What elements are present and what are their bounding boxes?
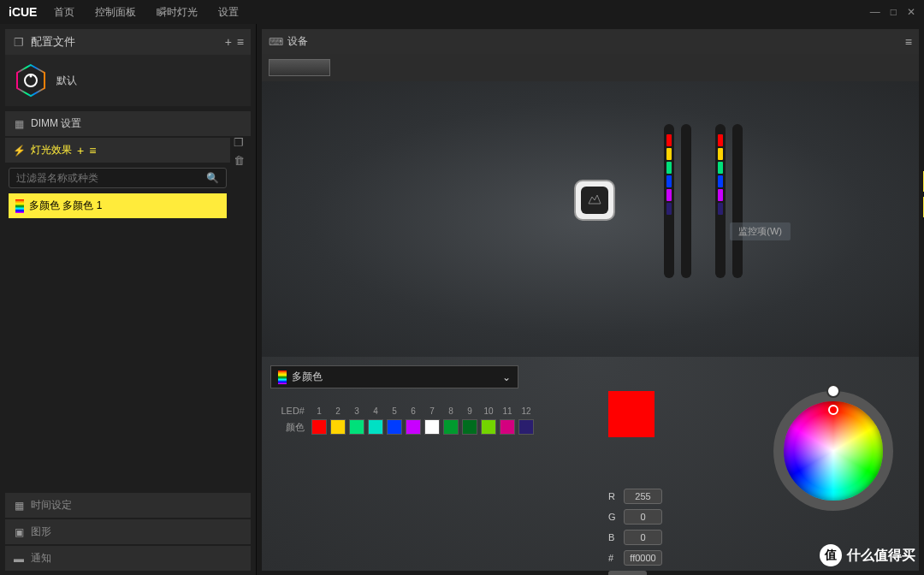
svg-marker-0 [17,65,44,96]
r-input[interactable] [624,489,662,504]
tab-graph[interactable]: ▣图形 [5,519,251,544]
profile-name: 默认 [56,74,77,88]
sat-handle[interactable] [828,405,838,415]
monitor-tooltip: 监控项(W) [730,222,791,240]
device-header: ⌨ 设备 ≡ [262,29,919,54]
ram-stick-4[interactable] [732,124,743,278]
led-swatch-12[interactable] [518,419,534,435]
color-header: 颜色 [270,421,305,434]
tab-time[interactable]: ▦时间设定 [5,493,251,518]
watermark-icon: 值 [820,544,842,566]
content-area: ⌨ 设备 ≡ 监控项(W) DIMM 1 DIMM 2 [257,24,924,575]
color-wheel[interactable] [773,391,893,511]
add-profile-icon[interactable]: + [225,35,232,49]
hue-handle[interactable] [826,384,840,398]
current-color-swatch [608,391,654,437]
copy-effect-icon[interactable]: ❐ [234,136,251,149]
led-swatch-1[interactable] [311,419,327,435]
ram-stick-2[interactable] [681,124,691,278]
effect-type-dropdown[interactable]: 多颜色 ⌄ [270,365,518,388]
watermark: 值 什么值得买 [820,544,915,566]
add-effect-icon[interactable]: + [77,144,84,157]
r-label: R [608,491,619,501]
device-thumbs [262,54,919,81]
profiles-title: 配置文件 [31,34,75,50]
copy-icon: ❐ [12,36,26,49]
svg-point-2 [30,75,33,78]
dimm-settings-row[interactable]: ▦ DIMM 设置 [5,111,251,136]
led-swatch-6[interactable] [406,419,421,435]
clock-icon: ▦ [12,500,26,512]
device-preview: 监控项(W) DIMM 1 DIMM 2 [262,81,919,357]
search-icon[interactable]: 🔍 [206,172,219,184]
led-swatch-9[interactable] [462,419,477,435]
effect-item-multicolor[interactable]: 多颜色 多颜色 1 [9,193,227,218]
chevron-down-icon: ⌄ [502,371,511,383]
nav-settings[interactable]: 设置 [218,5,239,20]
device-title: 设备 [287,34,308,49]
ram-stick-1[interactable] [664,124,674,278]
ram-stick-3[interactable] [715,124,726,278]
led-swatch-5[interactable] [387,419,402,435]
led-swatch-2[interactable] [330,419,346,435]
led-swatches [310,419,536,435]
base-color-button[interactable]: 基础色 [608,571,647,575]
rainbow-icon [278,370,287,384]
b-input[interactable] [624,530,662,545]
profile-default[interactable]: 默认 [5,55,251,106]
sidebar: ❐ 配置文件 + ≡ 默认 ▦ DIMM 设置 ⚡ 灯光效果 + ≡ [0,24,257,575]
rainbow-icon [15,199,24,213]
tab-notify[interactable]: ▬通知 [5,546,251,571]
minimize-icon[interactable]: — [870,6,880,18]
search-input[interactable] [16,172,206,184]
chat-icon: ▬ [12,553,26,565]
search-box[interactable]: 🔍 [9,168,227,188]
lighting-effects-row[interactable]: ⚡ 灯光效果 + ≡ [5,138,230,163]
led-swatch-11[interactable] [500,419,515,435]
nav-dashboard[interactable]: 控制面板 [95,5,136,20]
app-logo: iCUE [9,5,37,19]
led-swatch-3[interactable] [349,419,364,435]
nav-instant-lighting[interactable]: 瞬时灯光 [157,5,198,20]
led-swatch-10[interactable] [481,419,496,435]
ram-thumb[interactable] [269,59,330,76]
g-input[interactable] [624,509,662,525]
lightning-icon: ⚡ [12,145,26,157]
led-swatch-7[interactable] [424,419,440,435]
g-label: G [608,512,619,522]
title-bar: iCUE 首页 控制面板 瞬时灯光 设置 — □ ✕ [0,0,924,24]
b-label: B [608,532,619,542]
profiles-header: ❐ 配置文件 + ≡ [5,29,251,55]
keyboard-icon: ⌨ [269,36,282,48]
graph-icon: ▣ [12,526,26,538]
effect-panel: 多颜色 ⌄ LED# 123456789101112 颜色 R [262,357,919,571]
delete-effect-icon[interactable]: 🗑 [234,154,251,167]
led-swatch-8[interactable] [443,419,459,435]
grid-icon: ▦ [12,118,26,130]
close-icon[interactable]: ✕ [907,6,915,18]
hex-input[interactable] [624,550,662,566]
maximize-icon[interactable]: □ [891,6,897,18]
profile-icon [14,63,48,98]
cpu-cooler [574,180,615,221]
menu-icon[interactable]: ≡ [237,35,244,49]
hex-label: # [608,553,619,563]
led-header: LED# [270,406,305,416]
led-swatch-4[interactable] [368,419,383,435]
effect-menu-icon[interactable]: ≡ [89,144,96,157]
device-menu-icon[interactable]: ≡ [905,35,912,49]
nav-home[interactable]: 首页 [54,5,74,20]
